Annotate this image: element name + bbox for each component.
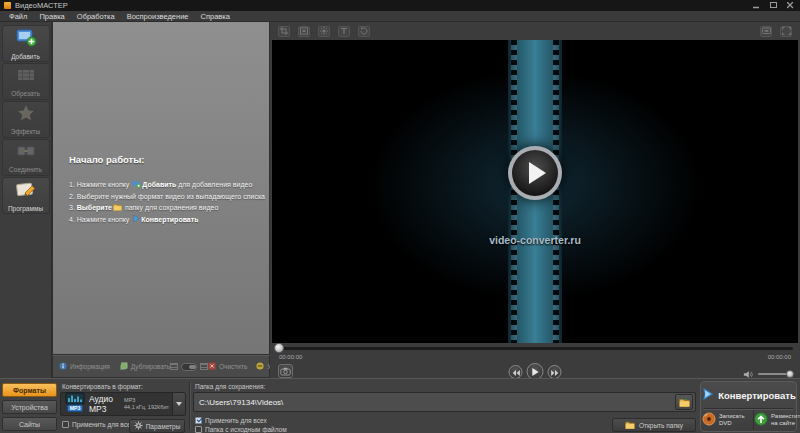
effects-adjust-icon[interactable] [318,26,330,37]
play-overlay-button[interactable] [508,146,562,200]
view-toggle-switch[interactable] [181,363,197,371]
menu-file[interactable]: Файл [4,12,32,21]
sidebar-join-label: Соединить [9,166,42,173]
file-list-area[interactable]: Начало работы: 1. Нажмите кнопку Добавит… [52,22,270,355]
save-path-input[interactable] [194,398,675,407]
guide-step-2: 2. Выберите нужный формат видео из выпад… [69,191,261,202]
file-list-toolbar: Информация Дублировать Очистить Удалить [52,355,270,378]
rotate-icon[interactable] [358,26,370,37]
duplicate-button[interactable]: Дублировать [119,362,170,372]
duplicate-icon [119,362,128,372]
start-guide: Начало работы: 1. Нажмите кнопку Добавит… [69,154,261,226]
rewind-button[interactable] [509,365,523,379]
info-icon [59,362,67,371]
sidebar-effects-button[interactable]: Эффекты [2,101,50,138]
snapshot-button[interactable] [278,364,293,378]
chevron-down-icon [176,402,182,406]
source-folder-checkbox[interactable]: Папка с исходным файлом [195,426,287,433]
volume-slider[interactable] [758,373,792,375]
seek-bar[interactable] [277,347,793,350]
add-video-icon [132,180,141,191]
checkbox-icon[interactable] [195,426,202,433]
tab-formats[interactable]: Форматы [2,383,57,397]
menu-edit[interactable]: Правка [34,12,69,21]
frame-size-icon[interactable] [298,26,310,37]
minimize-icon[interactable] [751,1,762,10]
crop-icon[interactable] [278,26,290,37]
window-title: ВидеоМАСТЕР [15,1,751,10]
add-video-icon [15,28,37,51]
sidebar: Добавить Обрезать Эффекты Соединить Прог… [0,22,52,378]
format-apply-all-checkbox[interactable]: Применить для всех [62,421,134,428]
guide-step-1: 1. Нажмите кнопку Добавить для добавлени… [69,179,261,191]
burn-dvd-button[interactable]: Записать DVD [702,410,754,430]
save-path-field [193,392,696,412]
watermark-text: video-converter.ru [272,234,798,246]
info-button[interactable]: Информация [59,362,110,371]
trim-icon [16,66,36,88]
publish-site-button[interactable]: Разместить на сайте [754,410,800,430]
time-total: 00:00:00 [768,354,791,360]
title-bar: ВидеоМАСТЕР [0,0,800,11]
panel-divider [189,382,191,430]
join-icon [16,142,36,164]
text-overlay-icon[interactable] [338,26,350,37]
tile-view-icon[interactable] [200,363,208,370]
time-current: 00:00:00 [279,354,302,360]
remove-icon [256,362,264,371]
open-folder-button[interactable]: Открыть папку [612,418,696,432]
volume-handle[interactable] [786,370,794,378]
folder-icon [113,203,122,214]
play-icon [529,162,546,184]
menu-playback[interactable]: Воспроизведение [122,12,194,21]
save-folder-label: Папка для сохранения: [195,383,265,390]
view-mode-toggle [170,363,208,371]
menu-help[interactable]: Справка [196,12,235,21]
sidebar-effects-label: Эффекты [11,128,41,135]
forward-button[interactable] [548,365,562,379]
format-tabs: Форматы Устройства Сайты [2,383,57,433]
sidebar-programs-label: Программы [8,205,43,212]
convert-button[interactable]: Конвертировать [704,384,793,406]
format-selector[interactable]: MP3 Аудио MP3 MP3 44,1 кГц, 192Кбит [60,392,186,416]
guide-step-4: 4. Нажмите кнопку Конвертировать [69,214,261,226]
checkbox-icon[interactable] [62,421,69,428]
screenshot-icon[interactable] [760,26,772,37]
mp3-format-icon: MP3 [64,392,86,416]
sidebar-add-label: Добавить [11,53,40,60]
clear-button[interactable]: Очистить [208,362,247,371]
menu-bar: Файл Правка Обработка Воспроизведение Сп… [0,11,800,22]
folder-icon [625,421,635,430]
programs-icon [15,180,37,203]
video-preview[interactable]: video-converter.ru [272,40,798,343]
checkbox-icon[interactable] [195,417,202,424]
list-view-icon[interactable] [170,363,178,370]
sidebar-trim-label: Обрезать [11,90,40,97]
tab-devices[interactable]: Устройства [2,400,57,414]
seek-handle[interactable] [274,343,284,353]
browse-folder-button[interactable] [675,394,693,410]
svg-text:MP3: MP3 [70,405,81,411]
app-icon [4,2,11,9]
gear-icon [134,421,143,431]
maximize-icon[interactable] [768,1,779,10]
sidebar-trim-button[interactable]: Обрезать [2,63,50,100]
player-panel: video-converter.ru 00:00:00 00:00:00 [270,22,800,378]
menu-processing[interactable]: Обработка [72,12,120,21]
tab-sites[interactable]: Сайты [2,417,57,431]
parameters-button[interactable]: Параметры [129,419,185,433]
fullscreen-icon[interactable] [780,26,792,37]
upload-globe-icon [754,412,768,428]
sidebar-add-button[interactable]: Добавить [2,25,50,62]
sidebar-join-button[interactable]: Соединить [2,139,50,176]
sidebar-programs-button[interactable]: Программы [2,177,50,214]
format-dropdown-button[interactable] [172,393,185,415]
actions-panel: Конвертировать Записать DVD Разместить н… [700,381,797,432]
guide-step-3: 3. Выберите папку для сохранения видео [69,202,261,214]
convert-icon [132,214,140,226]
save-apply-all-checkbox[interactable]: Применить для всех [195,417,267,424]
player-toolbar [270,22,800,40]
videomaster-window: ВидеоМАСТЕР Файл Правка Обработка Воспро… [0,0,800,433]
close-icon[interactable] [785,1,796,10]
bottom-panel: Форматы Устройства Сайты Конвертировать … [0,378,800,433]
